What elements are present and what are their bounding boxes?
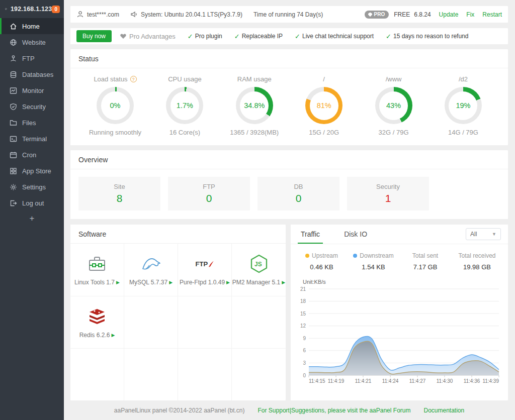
traffic-stats-row: Upstream 0.46 KB Downstream 1.54 KB Tota… bbox=[291, 244, 508, 274]
software-mysql[interactable]: MySQL 5.7.37▶ bbox=[124, 244, 178, 296]
main-content: test****.com System: Ubuntu 20.04.1 LTS(… bbox=[64, 0, 515, 420]
cpu-gauge-ring: 1.7% bbox=[166, 87, 203, 124]
traffic-chart[interactable]: 036912151821 11:4:1511:4:1911:4:2111:4:2… bbox=[291, 285, 508, 400]
stat-downstream: Downstream 1.54 KB bbox=[348, 252, 399, 271]
software-linux-tools[interactable]: Linux Tools 1.7▶ bbox=[70, 244, 124, 296]
shield-icon bbox=[10, 103, 17, 111]
sidebar-item-label: Files bbox=[22, 119, 36, 127]
overview-card-db[interactable]: DB 0 bbox=[258, 177, 339, 211]
ftp-icon bbox=[10, 55, 17, 62]
sidebar-item-label: Settings bbox=[22, 183, 46, 191]
message-count-badge[interactable]: 0 bbox=[52, 6, 60, 13]
sidebar-item-app-store[interactable]: App Store bbox=[0, 163, 64, 179]
sidebar-item-home[interactable]: Home bbox=[0, 18, 64, 34]
announce-icon bbox=[130, 11, 138, 18]
system-value: Ubuntu 20.04.1 LTS(Py3.7.9) bbox=[164, 11, 242, 18]
copyright-text: aaPanelLinux panel ©2014-2022 aaPanel (b… bbox=[114, 407, 245, 414]
overview-card-security[interactable]: Security 1 bbox=[347, 177, 429, 211]
monitor-icon bbox=[10, 87, 17, 94]
sidebar-item-files[interactable]: Files bbox=[0, 115, 64, 131]
overview-card-ftp[interactable]: FTP 0 bbox=[168, 177, 250, 211]
gauge-load-status[interactable]: Load status? 0% Running smoothly bbox=[85, 75, 145, 136]
gauge-value: 34.8% bbox=[244, 101, 265, 110]
traffic-panel: Traffic Disk IO All ▼ Upstream 0.46 KB D… bbox=[291, 225, 508, 400]
svg-text:18: 18 bbox=[300, 298, 306, 304]
sidebar-item-label: Monitor bbox=[22, 87, 44, 94]
gauge-disk-root[interactable]: / 81% 15G / 20G bbox=[294, 75, 354, 136]
system-label: System: bbox=[141, 11, 162, 18]
support-forum-link[interactable]: For Support|Suggestions, please visit th… bbox=[258, 407, 411, 414]
chevron-down-icon: ▼ bbox=[492, 232, 496, 237]
interface-filter-dropdown[interactable]: All ▼ bbox=[466, 228, 501, 240]
software-panel: Software Linux Tools 1.7▶ MySQL 5.7.37▶ bbox=[70, 225, 286, 400]
overview-card-site[interactable]: Site 8 bbox=[78, 177, 160, 211]
sidebar-item-label: Home bbox=[22, 23, 40, 30]
tab-disk-io[interactable]: Disk IO bbox=[341, 225, 370, 244]
user-segment[interactable]: test****.com bbox=[76, 11, 119, 18]
sidebar-item-ftp[interactable]: FTP bbox=[0, 50, 64, 66]
terminal-icon bbox=[10, 135, 17, 143]
pro-feature: ✓Live chat technical support bbox=[295, 33, 374, 40]
sidebar-item-label: Log out bbox=[22, 199, 44, 207]
documentation-link[interactable]: Documentation bbox=[423, 407, 464, 414]
status-title: Status bbox=[70, 49, 508, 68]
svg-text:11:4:24: 11:4:24 bbox=[382, 378, 399, 384]
software-pm2[interactable]: JS PM2 Manager 5.1▶ bbox=[232, 244, 286, 296]
sidebar-item-label: App Store bbox=[22, 167, 51, 175]
sidebar-item-settings[interactable]: Settings bbox=[0, 179, 64, 195]
svg-text:0: 0 bbox=[303, 373, 306, 378]
folder-icon bbox=[10, 119, 17, 127]
gauge-ram[interactable]: RAM usage 34.8% 1365 / 3928(MB) bbox=[225, 75, 284, 136]
server-monitor-icon bbox=[5, 6, 7, 13]
svg-text:FTP: FTP bbox=[196, 260, 208, 268]
overview-title: Overview bbox=[70, 150, 508, 169]
gauge-subtext: 16 Core(s) bbox=[169, 129, 200, 136]
restart-link[interactable]: Restart bbox=[482, 11, 502, 18]
fix-link[interactable]: Fix bbox=[466, 11, 474, 18]
pro-feature: ✓Replaceable IP bbox=[234, 33, 283, 40]
buy-now-button[interactable]: Buy now bbox=[76, 30, 112, 42]
calendar-icon bbox=[10, 151, 17, 159]
svg-text:12: 12 bbox=[300, 323, 306, 329]
mysql-dolphin-icon bbox=[141, 254, 161, 274]
pro-badge[interactable]: PRO bbox=[365, 11, 389, 19]
tab-traffic[interactable]: Traffic bbox=[298, 225, 323, 244]
gauge-subtext: Running smoothly bbox=[89, 129, 141, 136]
sidebar-item-monitor[interactable]: Monitor bbox=[0, 82, 64, 98]
gauge-value: 1.7% bbox=[177, 101, 193, 110]
sidebar-item-website[interactable]: Website bbox=[0, 34, 64, 50]
gauge-subtext: 1365 / 3928(MB) bbox=[230, 129, 279, 136]
gauge-disk-www[interactable]: /www 43% 32G / 79G bbox=[364, 75, 423, 136]
software-redis[interactable]: Redis 6.2.6▶ bbox=[70, 296, 124, 348]
svg-text:11:4:15: 11:4:15 bbox=[309, 378, 325, 384]
gauge-disk-d2[interactable]: /d2 19% 14G / 79G bbox=[434, 75, 493, 136]
sidebar-item-cron[interactable]: Cron bbox=[0, 147, 64, 163]
pro-promo-bar: Buy now Pro Advantages ✓Pro plugin ✓Repl… bbox=[70, 28, 508, 44]
redis-icon bbox=[87, 306, 107, 327]
software-pure-ftpd[interactable]: FTP Pure-Ftpd 1.0.49▶ bbox=[178, 244, 232, 296]
sidebar-item-label: Security bbox=[22, 103, 46, 111]
run-icon: ▶ bbox=[226, 280, 230, 285]
sidebar-add-button[interactable]: + bbox=[0, 211, 64, 226]
software-empty-cell bbox=[124, 296, 178, 348]
sidebar-item-databases[interactable]: Databases bbox=[0, 66, 64, 82]
svg-text:11:4:21: 11:4:21 bbox=[355, 378, 372, 384]
update-link[interactable]: Update bbox=[439, 11, 459, 18]
sidebar-item-security[interactable]: Security bbox=[0, 98, 64, 115]
pro-gem-icon bbox=[368, 12, 373, 17]
check-icon: ✓ bbox=[188, 33, 193, 40]
uptime-segment: Time of running 74 Day(s) bbox=[253, 11, 323, 18]
server-ip-header[interactable]: 192.168.1.123 0 bbox=[0, 0, 64, 18]
sidebar-item-logout[interactable]: Log out bbox=[0, 195, 64, 211]
gauge-cpu[interactable]: CPU usage 1.7% 16 Core(s) bbox=[155, 75, 214, 136]
overview-panel: Overview Site 8 FTP 0 DB 0 Security 1 bbox=[70, 150, 508, 219]
status-panel: Status Load status? 0% Running smoothly … bbox=[70, 49, 508, 145]
help-icon[interactable]: ? bbox=[130, 76, 137, 82]
svg-text:21: 21 bbox=[300, 286, 306, 292]
stat-total-received: Total received 19.98 GB bbox=[451, 252, 503, 271]
sidebar-item-terminal[interactable]: Terminal bbox=[0, 131, 64, 147]
footer: aaPanelLinux panel ©2014-2022 aaPanel (b… bbox=[70, 400, 508, 420]
sidebar-item-label: Website bbox=[22, 39, 46, 46]
svg-text:11:4:36: 11:4:36 bbox=[464, 378, 480, 384]
run-icon: ▶ bbox=[169, 280, 173, 285]
